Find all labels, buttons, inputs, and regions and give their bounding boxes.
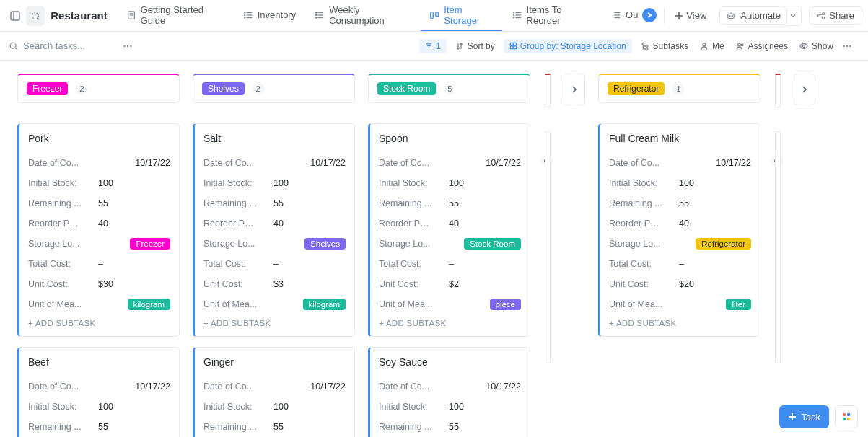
add-subtask-button[interactable]: + ADD SUBTASK (28, 319, 170, 327)
svg-point-23 (513, 12, 514, 12)
view-tab-item-storage[interactable]: Item Storage (421, 0, 501, 32)
card-field: Date of Co...10/17/22 (28, 153, 170, 173)
field-label: Storage Lo... (609, 239, 661, 249)
card-field: Unit of Mea...kilogram (28, 294, 170, 314)
automate-button[interactable]: Automate (719, 6, 787, 25)
scroll-right-button[interactable] (564, 74, 585, 105)
field-label: Remaining ... (203, 198, 257, 208)
view-tab-weekly[interactable]: Weekly Consumption (306, 0, 419, 32)
card[interactable]: SaltDate of Co...10/17/22Initial Stock:1… (193, 123, 355, 337)
card[interactable]: SpoonDate of Co...10/17/22Initial Stock:… (368, 123, 530, 337)
new-task-button[interactable]: Task (779, 405, 829, 428)
list-icon (243, 10, 253, 20)
svg-point-43 (127, 45, 128, 46)
field-value: 40 (679, 218, 751, 229)
collapsed-count: 0 (771, 154, 784, 167)
collapsed-column[interactable]: 0 (543, 74, 551, 437)
field-value: liter (726, 299, 751, 310)
svg-point-16 (316, 14, 317, 15)
view-tab-getting-started[interactable]: Getting Started Guide (118, 0, 233, 32)
card-field: Initial Stock:100 (379, 173, 521, 193)
field-label: Remaining ... (379, 422, 432, 432)
svg-point-40 (10, 43, 16, 48)
toolbar-more-icon[interactable] (842, 41, 859, 51)
tag-value: Shelves (304, 238, 346, 250)
field-label: Initial Stock: (203, 178, 252, 188)
subtasks-label: Subtasks (653, 41, 688, 51)
field-label: Unit Cost: (379, 279, 418, 289)
card[interactable]: GingerDate of Co...10/17/22Initial Stock… (193, 347, 355, 437)
card-field: Unit Cost:$20 (609, 274, 751, 294)
card[interactable]: Soy SauceDate of Co...10/17/22Initial St… (368, 347, 530, 437)
card[interactable]: Full Cream MilkDate of Co...10/17/22Init… (598, 123, 760, 337)
tag-value: Freezer (130, 238, 170, 250)
card-field: Storage Lo...Stock Room (379, 234, 521, 254)
card-field: Remaining ...55 (203, 417, 346, 437)
svg-point-2 (32, 12, 39, 19)
sort-button[interactable]: Sort by (452, 39, 498, 53)
field-label: Remaining ... (203, 422, 257, 432)
card-title: Spoon (379, 133, 521, 144)
column-header[interactable]: Freezer2 (17, 74, 180, 103)
automate-dropdown[interactable] (784, 6, 802, 26)
column-header[interactable]: Shelves2 (193, 74, 355, 103)
card-field: Date of Co...10/17/22 (609, 153, 751, 173)
task-label: Task (801, 412, 820, 423)
field-value: 55 (273, 422, 346, 432)
add-subtask-button[interactable]: + ADD SUBTASK (203, 319, 346, 327)
view-tab-inventory[interactable]: Inventory (234, 0, 304, 32)
view-tab-reorder[interactable]: Items To Reorder (504, 0, 602, 32)
field-label: Unit Cost: (609, 279, 649, 289)
card[interactable]: PorkDate of Co...10/17/22Initial Stock:1… (17, 123, 180, 337)
field-label: Unit Cost: (28, 279, 68, 289)
chevron-right-icon[interactable] (642, 8, 657, 22)
group-by-chip[interactable]: Group by: Storage Location (504, 39, 632, 53)
svg-point-55 (703, 43, 706, 46)
add-subtask-button[interactable]: + ADD SUBTASK (379, 319, 521, 327)
more-icon[interactable] (123, 41, 140, 51)
card[interactable]: BeefDate of Co...10/17/22Initial Stock:1… (17, 347, 180, 437)
card-field: Total Cost:– (203, 254, 346, 274)
svg-rect-48 (510, 43, 513, 45)
column-header[interactable]: Refrigerator1 (598, 74, 760, 103)
assignees-button[interactable]: Assignees (733, 39, 791, 53)
svg-rect-31 (728, 14, 735, 18)
add-view-button[interactable]: View (669, 7, 712, 24)
column-header[interactable]: Stock Room5 (368, 74, 530, 103)
card-field: Unit of Mea...liter (609, 294, 751, 314)
add-subtask-button[interactable]: + ADD SUBTASK (609, 319, 751, 327)
list-icon (611, 10, 621, 20)
svg-point-17 (316, 17, 317, 17)
field-value: 10/17/22 (716, 158, 751, 168)
field-value: 100 (679, 178, 751, 188)
sort-icon (455, 42, 464, 50)
view-tab-label: Getting Started Guide (141, 4, 224, 26)
top-bar: Restaurant Getting Started Guide Invento… (0, 0, 868, 32)
search-input[interactable] (23, 40, 117, 51)
field-value: $30 (98, 279, 170, 289)
share-button[interactable]: Share (809, 6, 862, 25)
subtasks-button[interactable]: Subtasks (638, 39, 691, 53)
me-button[interactable]: Me (697, 39, 727, 53)
apps-button[interactable] (835, 405, 858, 428)
field-label: Date of Co... (609, 158, 659, 168)
svg-point-54 (646, 48, 648, 50)
show-button[interactable]: Show (797, 39, 836, 53)
sidebar-toggle-icon[interactable] (6, 6, 25, 26)
scroll-right-button[interactable] (794, 74, 815, 105)
eye-icon (799, 42, 808, 50)
filter-chip[interactable]: 1 (419, 39, 447, 53)
card-title: Ginger (203, 356, 346, 368)
folder-icon (26, 6, 45, 26)
view-tab-overflow[interactable]: Ou (602, 0, 659, 32)
field-value: 100 (273, 402, 346, 412)
svg-point-57 (741, 44, 743, 46)
view-toolbar: 1 Sort by Group by: Storage Location Sub… (0, 32, 868, 61)
field-value: 100 (449, 402, 521, 412)
collapsed-column[interactable]: 0 (773, 74, 781, 437)
field-value: $2 (449, 279, 521, 289)
field-value: $20 (679, 279, 751, 289)
svg-point-15 (316, 12, 317, 12)
folder-title[interactable]: Restaurant (51, 9, 107, 22)
svg-point-59 (843, 45, 844, 46)
